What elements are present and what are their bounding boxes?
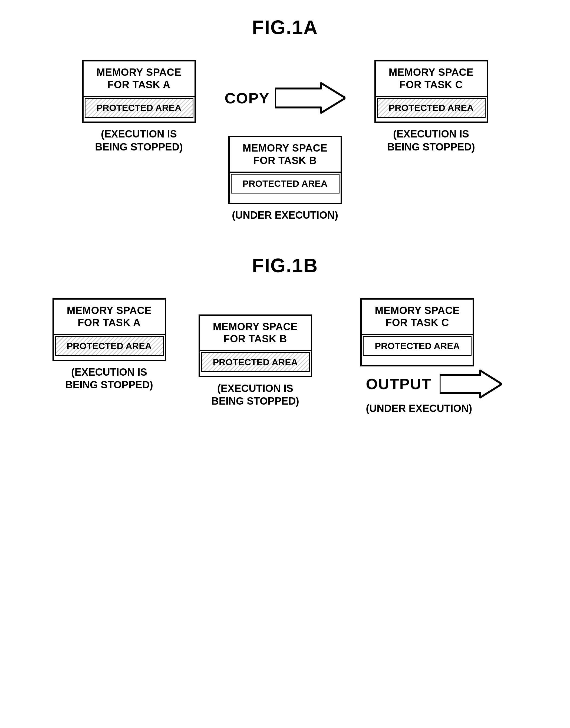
fig1b-task-b-container: MEMORY SPACEFOR TASK B PROTECTED AREA (E… — [199, 314, 312, 408]
copy-label: COPY — [225, 89, 270, 107]
fig1a-task-a: MEMORY SPACEFOR TASK A PROTECTED AREA (E… — [74, 60, 204, 154]
fig1b-task-a-box: MEMORY SPACEFOR TASK A PROTECTED AREA — [52, 298, 166, 361]
svg-marker-1 — [440, 371, 502, 398]
task-c-box: MEMORY SPACEFOR TASK C PROTECTED AREA — [374, 60, 488, 123]
svg-marker-0 — [275, 83, 345, 113]
fig1a-main-row: MEMORY SPACEFOR TASK A PROTECTED AREA (E… — [22, 55, 548, 222]
task-b-label: MEMORY SPACEFOR TASK B — [230, 137, 341, 173]
task-c-protected: PROTECTED AREA — [377, 98, 486, 118]
fig1b-task-c-caption: (UNDER EXECUTION) — [366, 402, 472, 415]
task-b-box: MEMORY SPACEFOR TASK B PROTECTED AREA — [228, 136, 342, 204]
fig1b-task-a-label: MEMORY SPACEFOR TASK A — [54, 300, 165, 335]
fig1b-task-b-caption: (EXECUTION ISBEING STOPPED) — [211, 382, 299, 408]
fig1b-task-b-label: MEMORY SPACEFOR TASK B — [200, 316, 311, 351]
task-a-box: MEMORY SPACEFOR TASK A PROTECTED AREA — [82, 60, 196, 123]
task-b-caption: (UNDER EXECUTION) — [232, 209, 338, 222]
task-c-label: MEMORY SPACEFOR TASK C — [376, 61, 487, 97]
fig1b-task-c-protected: PROTECTED AREA — [363, 336, 472, 356]
output-label: OUTPUT — [366, 375, 431, 393]
fig1b-task-c: MEMORY SPACEFOR TASK C PROTECTED AREA OU… — [336, 298, 526, 415]
task-a-label: MEMORY SPACEFOR TASK A — [83, 61, 195, 97]
fig1b-title: FIG.1B — [22, 254, 548, 277]
fig1b-task-c-label: MEMORY SPACEFOR TASK C — [362, 300, 473, 335]
fig1b-task-c-box: MEMORY SPACEFOR TASK C PROTECTED AREA — [360, 298, 474, 367]
task-c-caption: (EXECUTION ISBEING STOPPED) — [387, 128, 475, 154]
fig1a-task-b-container: MEMORY SPACEFOR TASK B PROTECTED AREA (U… — [228, 136, 342, 222]
output-arrow-icon — [440, 369, 502, 399]
fig1b-section: FIG.1B MEMORY SPACEFOR TASK A PROTECTED … — [22, 254, 548, 415]
task-a-caption: (EXECUTION ISBEING STOPPED) — [95, 128, 183, 154]
fig1b-task-b-box: MEMORY SPACEFOR TASK B PROTECTED AREA — [199, 314, 312, 377]
copy-arrow-row: COPY — [225, 82, 345, 114]
fig1b-task-a-protected: PROTECTED AREA — [55, 336, 164, 356]
fig1b-task-a: MEMORY SPACEFOR TASK A PROTECTED AREA (E… — [44, 298, 174, 392]
fig1b-center: MEMORY SPACEFOR TASK B PROTECTED AREA (E… — [174, 293, 336, 408]
fig1a-center: COPY MEMORY SPACEFOR TASK B PROTECTED AR… — [204, 55, 366, 222]
output-row: OUTPUT — [366, 369, 502, 399]
fig1a-section: FIG.1A MEMORY SPACEFOR TASK A PROTECTED … — [22, 16, 548, 222]
task-a-protected: PROTECTED AREA — [85, 98, 194, 118]
fig1b-main-row: MEMORY SPACEFOR TASK A PROTECTED AREA (E… — [22, 293, 548, 415]
fig1a-task-c: MEMORY SPACEFOR TASK C PROTECTED AREA (E… — [366, 60, 496, 154]
fig1a-title: FIG.1A — [22, 16, 548, 38]
task-b-protected: PROTECTED AREA — [231, 174, 339, 194]
fig1b-task-c-container: MEMORY SPACEFOR TASK C PROTECTED AREA OU… — [360, 298, 502, 415]
fig1b-task-b-protected: PROTECTED AREA — [201, 352, 310, 372]
copy-arrow-icon — [275, 82, 345, 114]
fig1b-task-a-caption: (EXECUTION ISBEING STOPPED) — [65, 366, 153, 392]
